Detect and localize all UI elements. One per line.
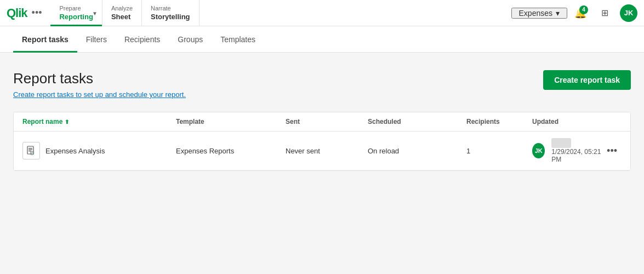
col-template-label: Template [176,118,204,125]
row-avatar-initials: JK [535,147,543,154]
qlik-logo[interactable]: Qlik [7,6,27,20]
col-report-name[interactable]: Report name ⬆ [22,118,176,125]
tab-groups-label: Groups [178,35,203,44]
updated-info: 1/29/2024, 05:21 PM [551,138,602,163]
tab-report-tasks[interactable]: Report tasks [13,26,77,53]
tab-groups[interactable]: Groups [169,26,212,53]
col-recipients: Recipients [466,118,532,125]
tab-recipients[interactable]: Recipients [116,26,169,53]
svg-rect-2 [29,150,32,150]
user-avatar[interactable]: JK [620,4,637,22]
table-header: Report name ⬆ Template Sent Scheduled Re… [14,112,630,132]
app-name-text: Expenses [519,9,552,18]
svg-rect-3 [29,151,31,151]
tab-filters[interactable]: Filters [77,26,116,53]
report-file-icon [26,145,37,156]
col-scheduled: Scheduled [368,118,466,125]
updated-cell: JK 1/29/2024, 05:21 PM [532,138,602,163]
scheduled-value: On reload [368,147,399,155]
row-avatar: JK [532,143,545,158]
col-sent-label: Sent [286,118,300,125]
report-name-text[interactable]: Expenses Analysis [45,147,105,155]
app-name-chevron: ▾ [556,9,560,18]
col-recipients-label: Recipients [466,118,500,125]
nav-section-narrate[interactable]: Narrate Storytelling [142,0,200,26]
top-nav: Qlik ••• Prepare Reporting ▼ Analyze She… [0,0,644,26]
nav-section-analyze[interactable]: Analyze Sheet [102,0,142,26]
cell-report-name: Expenses Analysis [22,142,176,159]
col-report-name-label: Report name [22,118,62,125]
cell-template: Expenses Reports [176,147,286,155]
tab-recipients-label: Recipients [124,35,160,44]
nav-more-button[interactable]: ••• [32,7,42,19]
nav-section-prepare[interactable]: Prepare Reporting ▼ [50,0,102,26]
page-header: Report tasks Create report tasks to set … [13,70,631,99]
nav-narrate-title: Storytelling [151,13,190,21]
sent-value: Never sent [286,147,320,155]
create-report-task-button[interactable]: Create report task [543,70,631,90]
notification-button[interactable]: 🔔 4 [572,4,589,22]
updated-date: 1/29/2024, 05:21 PM [551,148,602,163]
report-icon [22,142,40,159]
cell-scheduled: On reload [368,147,466,155]
nav-analyze-title: Sheet [111,13,133,21]
col-sent: Sent [286,118,368,125]
col-scheduled-label: Scheduled [368,118,401,125]
table-row: Expenses Analysis Expenses Reports Never… [14,132,630,170]
report-name-cell: Expenses Analysis [22,142,105,159]
qlik-logo-text: Qlik [7,6,27,20]
page-subtitle[interactable]: Create report tasks to set up and schedu… [13,90,186,99]
template-value: Expenses Reports [176,147,234,155]
main-content: Report tasks Create report tasks to set … [0,53,644,274]
nav-analyze-label: Analyze [111,5,133,12]
cell-recipients: 1 [466,147,532,155]
nav-prepare-title: Reporting [59,13,93,21]
nav-narrate-label: Narrate [151,5,190,12]
row-more-button[interactable]: ••• [602,143,622,159]
tab-templates[interactable]: Templates [212,26,264,53]
app-name-button[interactable]: Expenses ▾ [511,8,567,19]
recipients-value: 1 [466,147,470,155]
nav-prepare-label: Prepare [59,5,93,12]
sort-icon: ⬆ [65,119,69,125]
notification-badge: 4 [579,5,588,14]
page-title: Report tasks [13,70,186,87]
grid-icon: ⊞ [601,8,608,18]
top-nav-actions: 🔔 4 ⊞ JK [572,4,637,22]
col-updated-label: Updated [532,118,558,125]
col-template: Template [176,118,286,125]
page-header-left: Report tasks Create report tasks to set … [13,70,186,99]
grid-menu-button[interactable]: ⊞ [596,4,613,22]
svg-rect-1 [29,148,32,149]
sub-nav: Report tasks Filters Recipients Groups T… [0,26,644,53]
tab-report-tasks-label: Report tasks [22,35,69,44]
report-tasks-table: Report name ⬆ Template Sent Scheduled Re… [13,112,631,171]
tab-filters-label: Filters [86,35,107,44]
cell-updated: JK 1/29/2024, 05:21 PM ••• [532,138,622,163]
updated-placeholder [551,138,571,148]
col-updated: Updated [532,118,622,125]
nav-prepare-arrow: ▼ [92,10,98,16]
tab-templates-label: Templates [220,35,255,44]
cell-sent: Never sent [286,147,368,155]
